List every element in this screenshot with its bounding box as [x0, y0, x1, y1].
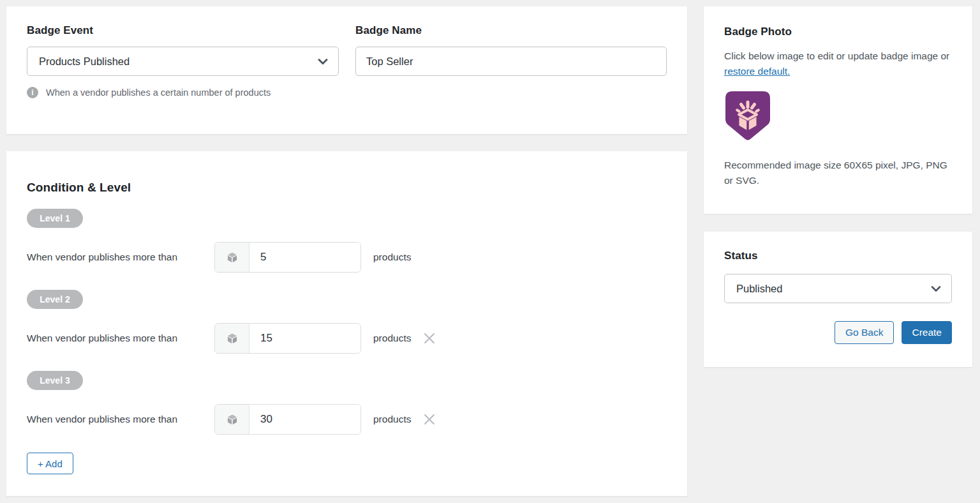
- level-group-3: Level 3 When vendor publishes more than …: [27, 371, 667, 435]
- status-panel: Status Published Go Back Create: [704, 232, 972, 367]
- level-1-badge: Level 1: [27, 209, 83, 228]
- cube-icon: [215, 405, 249, 434]
- badge-event-selected-value: Products Published: [39, 56, 130, 68]
- create-button[interactable]: Create: [902, 321, 952, 344]
- badge-image[interactable]: [724, 90, 952, 144]
- badge-event-label: Badge Event: [27, 24, 339, 37]
- info-icon: i: [27, 87, 38, 98]
- product-count-input-2[interactable]: [249, 324, 360, 353]
- level-3-badge: Level 3: [27, 371, 83, 390]
- badge-photo-title: Badge Photo: [724, 26, 952, 38]
- badge-name-label: Badge Name: [355, 24, 667, 37]
- badge-name-input[interactable]: [355, 47, 667, 76]
- product-count-group-3: [214, 404, 361, 435]
- status-selected-value: Published: [736, 283, 782, 295]
- condition-level-panel: Condition & Level Level 1 When vendor pu…: [6, 151, 687, 496]
- status-select[interactable]: Published: [724, 274, 952, 303]
- condition-suffix-text: products: [373, 414, 411, 425]
- product-count-group-2: [214, 323, 361, 354]
- level-group-1: Level 1 When vendor publishes more than …: [27, 209, 667, 273]
- product-count-group-1: [214, 242, 361, 273]
- condition-prefix-text: When vendor publishes more than: [27, 333, 214, 344]
- badge-shield-shape: [725, 91, 770, 140]
- badge-photo-description-text: Click below image to edit or update badg…: [724, 50, 949, 61]
- remove-level-icon[interactable]: [422, 331, 436, 345]
- go-back-button[interactable]: Go Back: [835, 321, 894, 344]
- badge-photo-description: Click below image to edit or update badg…: [724, 49, 952, 79]
- status-title: Status: [724, 250, 952, 262]
- cube-icon: [215, 324, 249, 353]
- badge-photo-panel: Badge Photo Click below image to edit or…: [704, 6, 972, 214]
- badge-event-panel: Badge Event Products Published i When a …: [6, 6, 687, 134]
- product-count-input-1[interactable]: [249, 243, 360, 272]
- level-group-2: Level 2 When vendor publishes more than …: [27, 290, 667, 354]
- badge-event-help-text: When a vendor publishes a certain number…: [46, 87, 271, 98]
- badge-event-select[interactable]: Products Published: [27, 47, 339, 76]
- condition-prefix-text: When vendor publishes more than: [27, 252, 214, 263]
- condition-suffix-text: products: [373, 333, 411, 344]
- condition-suffix-text: products: [373, 252, 411, 263]
- chevron-down-icon: [931, 283, 941, 295]
- chevron-down-icon: [318, 56, 328, 68]
- cube-icon: [215, 243, 249, 272]
- add-level-button[interactable]: + Add: [27, 453, 73, 474]
- badge-photo-note: Recommended image size 60X65 pixel, JPG,…: [724, 158, 952, 188]
- condition-level-title: Condition & Level: [27, 181, 667, 195]
- restore-default-link[interactable]: restore default.: [724, 66, 790, 77]
- remove-level-icon[interactable]: [422, 412, 436, 426]
- level-2-badge: Level 2: [27, 290, 83, 309]
- product-count-input-3[interactable]: [249, 405, 360, 434]
- condition-prefix-text: When vendor publishes more than: [27, 414, 214, 425]
